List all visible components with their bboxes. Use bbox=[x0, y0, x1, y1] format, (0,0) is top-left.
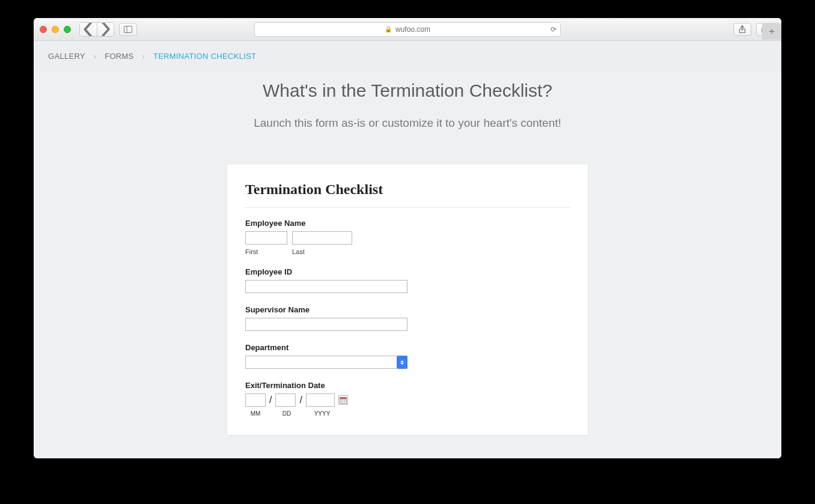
chevron-right-icon: › bbox=[94, 52, 96, 61]
window-controls bbox=[40, 26, 71, 33]
reload-button[interactable]: ⟳ bbox=[551, 25, 557, 34]
breadcrumb-gallery[interactable]: GALLERY bbox=[48, 52, 85, 61]
calendar-icon[interactable] bbox=[338, 395, 348, 405]
date-separator: / bbox=[269, 395, 272, 405]
sublabel-dd: DD bbox=[276, 410, 297, 417]
close-window-button[interactable] bbox=[40, 26, 47, 33]
page-content: What's in the Termination Checklist? Lau… bbox=[34, 72, 781, 458]
exit-date-yyyy-input[interactable] bbox=[306, 393, 335, 407]
sidebar-toggle-button[interactable] bbox=[119, 23, 137, 36]
sublabel-last: Last bbox=[292, 248, 352, 255]
forward-button[interactable] bbox=[97, 23, 114, 36]
field-employee-name: Employee Name First Last bbox=[245, 219, 570, 255]
url-host: wufoo.com bbox=[395, 25, 430, 34]
exit-date-dd-input[interactable] bbox=[275, 393, 296, 407]
share-button[interactable] bbox=[733, 23, 751, 36]
form-title: Termination Checklist bbox=[245, 181, 570, 208]
department-select[interactable] bbox=[245, 356, 407, 369]
back-button[interactable] bbox=[80, 23, 97, 36]
breadcrumb-current: TERMINATION CHECKLIST bbox=[153, 52, 256, 61]
minimize-window-button[interactable] bbox=[52, 26, 59, 33]
plus-icon: ＋ bbox=[767, 26, 777, 36]
form-card: Termination Checklist Employee Name Firs… bbox=[227, 165, 588, 435]
titlebar: 🔒 wufoo.com ⟳ bbox=[34, 18, 781, 41]
last-name-input[interactable] bbox=[292, 231, 352, 244]
label-supervisor-name: Supervisor Name bbox=[245, 305, 570, 314]
address-bar[interactable]: 🔒 wufoo.com ⟳ bbox=[254, 22, 561, 37]
breadcrumb-forms[interactable]: FORMS bbox=[105, 52, 133, 61]
field-department: Department bbox=[245, 343, 570, 369]
label-department: Department bbox=[245, 343, 570, 352]
fullscreen-window-button[interactable] bbox=[64, 26, 71, 33]
new-tab-button[interactable]: ＋ bbox=[762, 23, 781, 40]
page-headline: What's in the Termination Checklist? bbox=[263, 80, 552, 101]
label-employee-id: Employee ID bbox=[245, 267, 570, 276]
chevron-right-icon: › bbox=[142, 52, 145, 61]
browser-window: 🔒 wufoo.com ⟳ GALLERY › FORMS › TERMINAT… bbox=[34, 18, 781, 458]
sublabel-yyyy: YYYY bbox=[308, 410, 337, 417]
field-employee-id: Employee ID bbox=[245, 267, 570, 293]
field-exit-date: Exit/Termination Date / / MM DD YYYY bbox=[245, 381, 570, 417]
sublabel-mm: MM bbox=[245, 410, 266, 417]
supervisor-name-input[interactable] bbox=[245, 318, 407, 331]
nav-buttons bbox=[79, 22, 114, 37]
label-exit-date: Exit/Termination Date bbox=[245, 381, 570, 390]
label-employee-name: Employee Name bbox=[245, 219, 570, 228]
page-subhead: Launch this form as-is or customize it t… bbox=[254, 117, 561, 130]
svg-rect-0 bbox=[124, 26, 132, 32]
first-name-input[interactable] bbox=[245, 231, 287, 244]
field-supervisor-name: Supervisor Name bbox=[245, 305, 570, 331]
svg-rect-6 bbox=[340, 398, 346, 399]
exit-date-mm-input[interactable] bbox=[245, 393, 266, 407]
breadcrumb: GALLERY › FORMS › TERMINATION CHECKLIST bbox=[34, 41, 781, 72]
employee-id-input[interactable] bbox=[245, 280, 407, 293]
sublabel-first: First bbox=[245, 248, 287, 255]
lock-icon: 🔒 bbox=[385, 26, 392, 32]
date-separator: / bbox=[299, 395, 302, 405]
